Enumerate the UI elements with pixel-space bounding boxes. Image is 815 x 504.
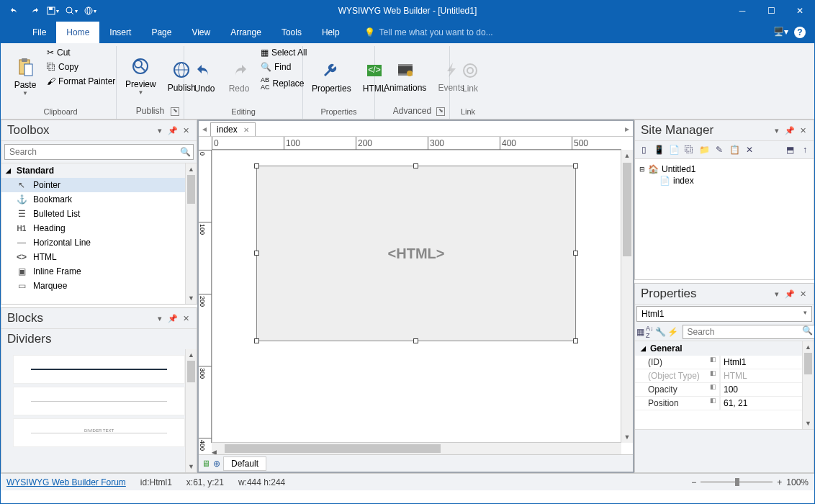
divider-preview-2[interactable]	[13, 387, 185, 415]
toolbox-dropdown-icon[interactable]: ▾	[155, 125, 165, 135]
undo-icon[interactable]	[8, 4, 22, 18]
find-button[interactable]: 🔍Find	[258, 60, 310, 73]
select-all-button[interactable]: ▦Select All	[258, 46, 310, 59]
zoom-out-button[interactable]: −	[691, 477, 696, 487]
props-categorized-icon[interactable]: ▦	[636, 325, 644, 339]
props-alphabetical-icon[interactable]: A↓Z	[646, 325, 654, 339]
tab-page[interactable]: Page	[141, 22, 181, 43]
properties-search[interactable]: 🔍	[683, 325, 815, 339]
search-icon[interactable]: 🔍	[177, 145, 193, 159]
toolbox-item-html[interactable]: <>HTML	[1, 250, 197, 264]
page-canvas[interactable]: <HTML>	[212, 150, 621, 443]
toolbox-item-heading[interactable]: H1Heading	[1, 221, 197, 235]
props-events-icon[interactable]: ⚡	[667, 325, 678, 339]
prop-row-position[interactable]: Position◧61, 21	[635, 397, 814, 410]
publish-launcher[interactable]: ⬊	[171, 107, 179, 116]
toolbox-close-icon[interactable]: ✕	[181, 125, 191, 135]
site-tool-props-icon[interactable]: ⬒	[783, 143, 797, 157]
minimize-button[interactable]: ─	[728, 0, 757, 22]
zoom-slider[interactable]	[701, 481, 773, 483]
properties-search-input[interactable]	[683, 325, 800, 338]
zoom-in-button[interactable]: +	[777, 477, 782, 487]
link-button[interactable]: Link	[454, 46, 486, 106]
site-dropdown-icon[interactable]: ▾	[772, 125, 782, 135]
paste-button[interactable]: Paste ▼	[9, 46, 41, 106]
toolbox-item-bulleted-list[interactable]: ☰Bulleted List	[1, 207, 197, 221]
forum-link[interactable]: WYSIWYG Web Builder Forum	[6, 477, 126, 487]
properties-button[interactable]: Properties	[307, 46, 356, 106]
close-button[interactable]: ✕	[785, 0, 814, 22]
search-icon[interactable]: 🔍	[800, 325, 815, 338]
toolbox-pin-icon[interactable]: 📌	[168, 125, 178, 135]
blocks-scrollbar[interactable]: ▲▼	[185, 349, 197, 472]
resize-handle-s[interactable]	[413, 338, 418, 343]
site-tool-edit-icon[interactable]: ✎	[712, 143, 726, 157]
redo-icon[interactable]	[27, 4, 41, 18]
toolbox-search[interactable]: 🔍	[4, 144, 194, 160]
blocks-pin-icon[interactable]: 📌	[168, 313, 178, 323]
html-object[interactable]: <HTML>	[256, 166, 576, 341]
cut-button[interactable]: ✂Cut	[44, 46, 118, 59]
properties-object-selector[interactable]: Html1▾	[636, 306, 812, 322]
divider-preview-1[interactable]	[13, 355, 185, 384]
breakpoint-add-icon[interactable]: ⊕	[213, 459, 220, 469]
tab-close-icon[interactable]: ✕	[243, 126, 249, 134]
screens-icon[interactable]: 🖥️▾	[773, 27, 788, 38]
format-painter-button[interactable]: 🖌Format Painter	[44, 75, 118, 88]
toolbox-item-pointer[interactable]: ↖Pointer	[1, 178, 197, 192]
toolbox-item-inline-frame[interactable]: ▣Inline Frame	[1, 264, 197, 279]
preview-button[interactable]: Preview▼	[121, 46, 161, 104]
site-tool-up-icon[interactable]: ↑	[798, 143, 812, 157]
tab-home[interactable]: Home	[56, 22, 99, 43]
tab-insert[interactable]: Insert	[99, 22, 141, 43]
site-tool-delete-icon[interactable]: ✕	[742, 143, 757, 157]
document-tab-index[interactable]: index ✕	[210, 122, 256, 136]
site-pin-icon[interactable]: 📌	[785, 125, 795, 135]
undo-button[interactable]: Undo	[189, 46, 220, 106]
canvas-horizontal-scrollbar[interactable]: ◀▶	[212, 443, 621, 454]
tab-arrange[interactable]: Arrange	[220, 22, 271, 43]
maximize-button[interactable]: ☐	[757, 0, 785, 22]
divider-preview-3[interactable]: DIVIDER TEXT	[13, 418, 185, 447]
preview-quick-icon[interactable]: ▾	[64, 4, 78, 18]
breakpoint-default-button[interactable]: Default	[223, 456, 266, 471]
help-icon[interactable]: ?	[794, 27, 806, 38]
tab-nav-right-icon[interactable]: ▸	[621, 124, 633, 134]
tab-file[interactable]: File	[22, 22, 56, 43]
resize-handle-n[interactable]	[413, 163, 418, 168]
site-tool-clone-icon[interactable]: ⿻	[682, 143, 696, 157]
prop-row-id[interactable]: (ID)◧Html1	[635, 356, 814, 369]
props-dropdown-icon[interactable]: ▾	[772, 289, 782, 299]
canvas-vertical-scrollbar[interactable]: ▲▼	[621, 150, 633, 443]
redo-button[interactable]: Redo	[223, 46, 255, 106]
publish-quick-icon[interactable]: ▾	[83, 4, 97, 18]
toolbox-item-bookmark[interactable]: ⚓Bookmark	[1, 192, 197, 207]
site-tool-new-page-icon[interactable]: 📄	[667, 143, 681, 157]
props-scrollbar[interactable]: ▲▼	[802, 341, 814, 429]
site-tool-icon-2[interactable]: 📱	[652, 143, 666, 157]
tab-nav-left-icon[interactable]: ◂	[199, 124, 210, 134]
breakpoint-desktop-icon[interactable]: 🖥	[202, 459, 210, 469]
tree-root[interactable]: ⊟🏠Untitled1	[639, 163, 809, 175]
resize-handle-se[interactable]	[573, 338, 578, 343]
toolbox-item-marquee[interactable]: ▭Marquee	[1, 279, 197, 293]
site-close-icon[interactable]: ✕	[798, 125, 808, 135]
site-tool-copy-icon[interactable]: 📋	[727, 143, 742, 157]
replace-button[interactable]: ABACReplace	[258, 75, 310, 92]
tab-help[interactable]: Help	[312, 22, 350, 43]
animations-button[interactable]: Animations	[379, 46, 431, 104]
site-tool-folder-icon[interactable]: 📁	[697, 143, 711, 157]
advanced-launcher[interactable]: ⬊	[436, 107, 445, 116]
resize-handle-sw[interactable]	[254, 338, 259, 343]
resize-handle-w[interactable]	[254, 251, 259, 256]
prop-row-opacity[interactable]: Opacity◧100	[635, 383, 814, 397]
props-close-icon[interactable]: ✕	[798, 289, 808, 299]
resize-handle-nw[interactable]	[254, 163, 259, 168]
tree-page-index[interactable]: 📄index	[639, 175, 809, 186]
copy-button[interactable]: ⿻Copy	[44, 60, 118, 73]
blocks-dropdown-icon[interactable]: ▾	[155, 313, 165, 323]
resize-handle-e[interactable]	[573, 251, 578, 256]
toolbox-scrollbar[interactable]: ▲▼	[185, 163, 197, 304]
toolbox-item-horizontal-line[interactable]: —Horizontal Line	[1, 235, 197, 250]
props-wrench-icon[interactable]: 🔧	[655, 325, 666, 339]
